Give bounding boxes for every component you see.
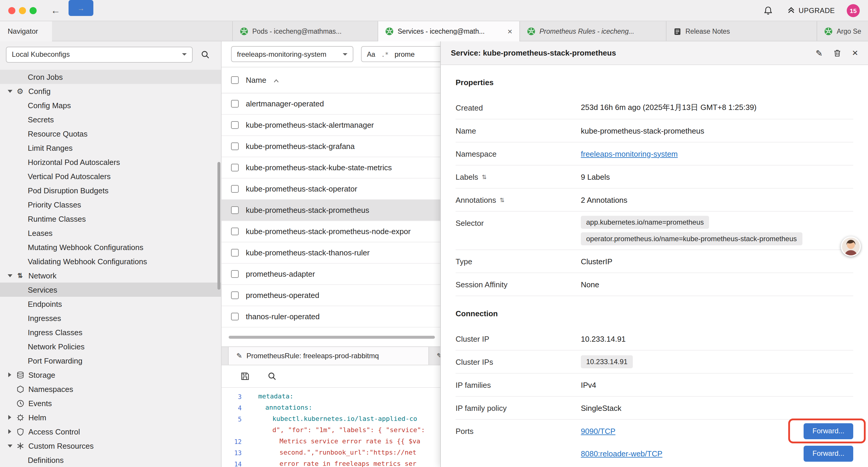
sidebar-item-validating-webhook-configurations[interactable]: Validating Webhook Configurations [0, 254, 221, 268]
row-name: kube-prometheus-stack-grafana [246, 142, 355, 151]
minimize-window-button[interactable] [19, 7, 26, 14]
close-window-button[interactable] [8, 7, 16, 14]
namespace-select[interactable]: freeleaps-monitoring-system [231, 46, 353, 62]
regex-toggle[interactable]: .* [381, 51, 389, 58]
delete-button[interactable] [833, 49, 841, 57]
sidebar-item-vertical-pod-autoscalers[interactable]: Vertical Pod Autoscalers [0, 169, 221, 183]
detail-value: 9 Labels [581, 166, 853, 188]
sidebar-item-endpoints[interactable]: Endpoints [0, 297, 221, 311]
sidebar-item-access-control[interactable]: Access Control [0, 425, 221, 439]
chevron-right-icon[interactable] [6, 429, 13, 434]
row-checkbox[interactable] [231, 143, 239, 150]
detail-value: app.kubernetes.io/name=prometheusoperato… [581, 212, 853, 250]
sidebar-item-cron-jobs[interactable]: Cron Jobs [0, 70, 221, 84]
tab-services-icecheng-math[interactable]: Services - icecheng@math...× [378, 21, 520, 41]
drawer-header: Service: kube-prometheus-stack-prometheu… [441, 41, 868, 65]
port-link[interactable]: 9090/TCP [581, 427, 615, 435]
bell-icon[interactable] [761, 4, 775, 18]
tab-prometheus-rules-icecheng[interactable]: Prometheus Rules - icecheng... [520, 21, 666, 41]
row-checkbox[interactable] [231, 291, 239, 299]
close-tab-icon[interactable]: × [503, 27, 512, 36]
back-button[interactable]: ← [51, 0, 60, 21]
sidebar-item-network-policies[interactable]: Network Policies [0, 339, 221, 353]
forward-button[interactable]: Forward... [804, 445, 853, 461]
sidebar-item-custom-resources[interactable]: Custom Resources [0, 439, 221, 453]
tab-release-notes[interactable]: Release Notes [666, 21, 817, 41]
row-checkbox[interactable] [231, 228, 239, 235]
kubeconfig-select[interactable]: Local Kubeconfigs [6, 47, 193, 62]
column-header-name[interactable]: Name [246, 76, 266, 85]
row-checkbox[interactable] [231, 313, 239, 320]
row-checkbox[interactable] [231, 270, 239, 278]
avatar[interactable] [841, 236, 861, 257]
sidebar-item-horizontal-pod-autoscalers[interactable]: Horizontal Pod Autoscalers [0, 155, 221, 169]
row-name: kube-prometheus-stack-operator [246, 184, 357, 193]
sidebar-item-limit-ranges[interactable]: Limit Ranges [0, 141, 221, 155]
sidebar-item-label: Vertical Pod Autoscalers [28, 172, 111, 181]
sidebar-item-label: Secrets [28, 115, 54, 124]
forward-button[interactable]: Forward... [804, 423, 853, 439]
sidebar-item-label: Resource Quotas [28, 129, 88, 138]
port-link[interactable]: 8080:reloader-web/TCP [581, 449, 662, 458]
navigator-sidebar: Local Kubeconfigs Cron Jobs⚙ConfigConfig… [0, 41, 222, 467]
sidebar-item-config[interactable]: ⚙Config [0, 84, 221, 98]
match-case-toggle[interactable]: Aa [367, 51, 375, 58]
sort-toggle-icon[interactable]: ⇅ [482, 174, 487, 180]
maximize-window-button[interactable] [30, 7, 37, 14]
sidebar-item-mutating-webhook-configurations[interactable]: Mutating Webhook Configurations [0, 240, 221, 254]
detail-value: ClusterIP [581, 250, 853, 272]
sidebar-item-storage[interactable]: Storage [0, 368, 221, 382]
sidebar-item-resource-quotas[interactable]: Resource Quotas [0, 126, 221, 141]
sidebar-item-ingress-classes[interactable]: Ingress Classes [0, 325, 221, 339]
detail-label: Type [456, 250, 581, 272]
sidebar-item-events[interactable]: Events [0, 396, 221, 410]
search-button[interactable] [198, 47, 212, 61]
namespace-link[interactable]: freeleaps-monitoring-system [581, 149, 678, 158]
namespace-select-value: freeleaps-monitoring-system [237, 50, 327, 58]
chevron-right-icon[interactable] [6, 372, 13, 377]
horizontal-scrollbar[interactable] [229, 336, 435, 339]
forward-nav-button[interactable]: → [68, 0, 93, 16]
chevron-right-icon[interactable] [6, 415, 13, 420]
row-checkbox[interactable] [231, 185, 239, 193]
sidebar-item-leases[interactable]: Leases [0, 226, 221, 240]
sidebar-item-secrets[interactable]: Secrets [0, 112, 221, 126]
row-checkbox[interactable] [231, 121, 239, 129]
sidebar-item-definitions[interactable]: Definitions [0, 453, 221, 467]
upgrade-button[interactable]: UPGRADE [787, 6, 835, 16]
row-checkbox[interactable] [231, 206, 239, 214]
sidebar-item-label: Ingresses [28, 314, 61, 322]
sidebar-item-services[interactable]: Services [0, 283, 221, 297]
editor-tab[interactable]: ✎ PrometheusRule: freeleaps-prod-rabbitm… [228, 347, 429, 365]
select-all-checkbox[interactable] [231, 76, 239, 84]
tab-label: Argo Se [837, 28, 861, 35]
sidebar-scrollbar[interactable] [217, 162, 220, 290]
row-checkbox[interactable] [231, 100, 239, 108]
sort-toggle-icon[interactable]: ⇅ [500, 197, 505, 203]
edit-button[interactable]: ✎ [816, 48, 823, 58]
row-checkbox[interactable] [231, 164, 239, 171]
chevron-down-icon[interactable] [6, 274, 13, 277]
tab-argo-se[interactable]: Argo Se [817, 21, 868, 41]
detail-value-text: 10.233.14.91 [581, 334, 626, 343]
titlebar-actions: UPGRADE 15 [761, 0, 860, 21]
kubernetes-cluster-icon [385, 27, 394, 35]
sidebar-item-pod-disruption-budgets[interactable]: Pod Disruption Budgets [0, 183, 221, 198]
search-in-editor-button[interactable] [265, 369, 279, 383]
sidebar-item-config-maps[interactable]: Config Maps [0, 98, 221, 112]
sidebar-item-port-forwarding[interactable]: Port Forwarding [0, 353, 221, 368]
tab-pods-icecheng-mathmas[interactable]: Pods - icecheng@mathmas... [232, 21, 378, 41]
sidebar-item-namespaces[interactable]: Namespaces [0, 382, 221, 396]
notification-count-badge[interactable]: 15 [847, 4, 860, 17]
sidebar-item-priority-classes[interactable]: Priority Classes [0, 198, 221, 212]
save-button[interactable] [238, 369, 252, 383]
sidebar-item-helm[interactable]: Helm [0, 410, 221, 425]
close-icon[interactable]: × [852, 47, 858, 59]
chevron-down-icon[interactable] [6, 444, 13, 447]
sidebar-item-runtime-classes[interactable]: Runtime Classes [0, 212, 221, 226]
sidebar-item-ingresses[interactable]: Ingresses [0, 311, 221, 325]
chevron-down-icon[interactable] [6, 90, 13, 92]
sidebar-item-network[interactable]: ⇅Network [0, 268, 221, 283]
row-checkbox[interactable] [231, 249, 239, 257]
line-number: 12 [222, 438, 249, 445]
